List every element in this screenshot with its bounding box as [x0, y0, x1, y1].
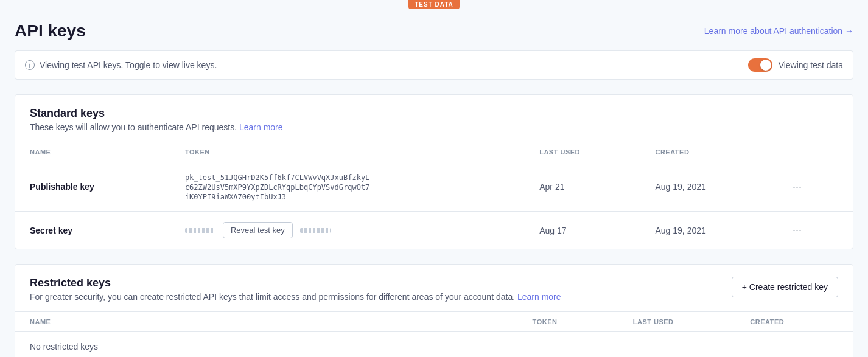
test-badge: TEST DATA [408, 0, 460, 9]
info-icon: i [25, 60, 35, 70]
standard-keys-desc: These keys will allow you to authenticat… [30, 122, 838, 132]
table-row: Publishable key pk_test_51JQGHrD2K5ff6kf… [15, 162, 853, 212]
page-header: API keys Learn more about API authentica… [15, 9, 853, 50]
secret-key-created: Aug 19, 2021 [655, 226, 705, 235]
col-header-created: CREATED [640, 142, 773, 162]
restricted-keys-section: Restricted keys For greater security, yo… [15, 264, 853, 357]
secret-key-last-used: Aug 17 [539, 226, 566, 235]
no-restricted-keys-row: No restricted keys [15, 332, 853, 358]
standard-keys-learn-more-link[interactable]: Learn more [239, 122, 283, 132]
info-bar-right: Viewing test data [748, 58, 843, 72]
reveal-secret-key-button[interactable]: Reveal test key [223, 222, 293, 238]
key-name-publishable: Publishable key [30, 182, 94, 192]
publishable-key-menu-button[interactable]: ··· [788, 178, 807, 196]
secret-key-menu-button[interactable]: ··· [788, 221, 807, 239]
info-bar-message: Viewing test API keys. Toggle to view li… [40, 60, 217, 70]
restricted-keys-desc: For greater security, you can create res… [30, 292, 561, 302]
col-header-token: TOKEN [170, 142, 525, 162]
restricted-col-header-created: CREATED [735, 312, 853, 332]
page-title: API keys [15, 21, 86, 41]
test-data-toggle[interactable] [748, 58, 772, 72]
page-container: API keys Learn more about API authentica… [0, 9, 868, 357]
standard-keys-desc-text: These keys will allow you to authenticat… [30, 122, 237, 132]
secret-key-mask-left [185, 228, 215, 233]
no-restricted-keys-message: No restricted keys [15, 332, 853, 358]
key-name-secret: Secret key [30, 226, 72, 235]
col-header-actions [773, 142, 853, 162]
restricted-col-header-last-used: LAST USED [618, 312, 736, 332]
restricted-col-header-token: TOKEN [518, 312, 618, 332]
standard-keys-section: Standard keys These keys will allow you … [15, 94, 853, 249]
info-bar-left: i Viewing test API keys. Toggle to view … [25, 60, 217, 70]
standard-keys-title: Standard keys [30, 107, 838, 120]
toggle-label: Viewing test data [779, 60, 843, 70]
info-bar: i Viewing test API keys. Toggle to view … [15, 50, 853, 80]
restricted-col-header-name: NAME [15, 312, 518, 332]
restricted-keys-table-header: NAME TOKEN LAST USED CREATED [15, 312, 853, 332]
secret-key-token-area: Reveal test key [185, 222, 510, 238]
restricted-keys-header: Restricted keys For greater security, yo… [15, 265, 853, 311]
publishable-key-last-used: Apr 21 [539, 182, 564, 192]
restricted-keys-title: Restricted keys [30, 277, 561, 289]
secret-key-mask-right [300, 228, 331, 233]
col-header-last-used: LAST USED [525, 142, 640, 162]
standard-keys-header: Standard keys These keys will allow you … [15, 95, 853, 142]
col-header-name: NAME [15, 142, 170, 162]
standard-keys-table: NAME TOKEN LAST USED CREATED Publishable… [15, 142, 853, 249]
auth-learn-more-link[interactable]: Learn more about API authentication → [704, 26, 853, 36]
publishable-key-token: pk_test_51JQGHrD2K5ff6kf7CLVWvVqXJxuBfzk… [185, 173, 369, 201]
create-restricted-key-button[interactable]: + Create restricted key [732, 277, 838, 297]
publishable-key-created: Aug 19, 2021 [655, 182, 705, 192]
restricted-keys-learn-more-link[interactable]: Learn more [517, 292, 561, 302]
restricted-keys-header-text: Restricted keys For greater security, yo… [30, 277, 561, 302]
restricted-keys-table: NAME TOKEN LAST USED CREATED No restrict… [15, 311, 853, 357]
standard-keys-table-header: NAME TOKEN LAST USED CREATED [15, 142, 853, 162]
table-row: Secret key Reveal test key Aug 17 Aug 19… [15, 212, 853, 249]
test-data-banner: TEST DATA [0, 0, 868, 9]
restricted-keys-desc-text: For greater security, you can create res… [30, 292, 515, 302]
